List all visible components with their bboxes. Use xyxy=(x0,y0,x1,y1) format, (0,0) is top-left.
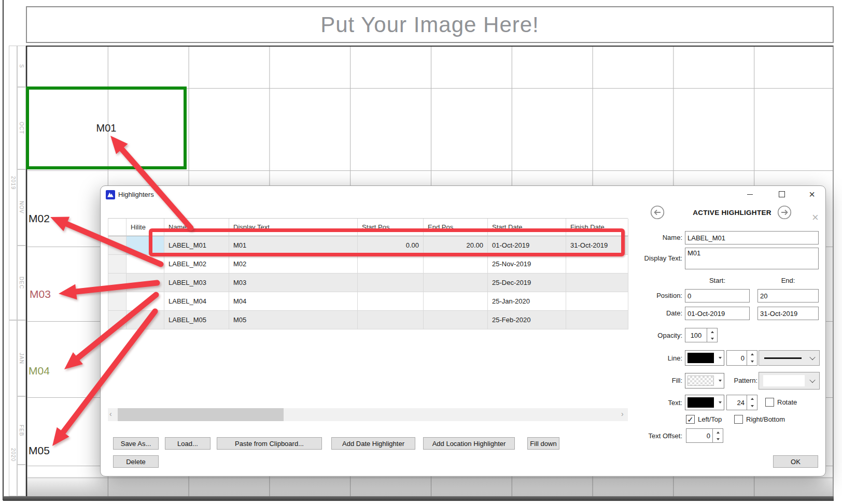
line-style-dropdown[interactable] xyxy=(759,350,820,366)
dialog-titlebar[interactable]: Highlighters × xyxy=(101,186,825,204)
panel-close-icon[interactable]: × xyxy=(812,211,819,224)
chart-bottom-band xyxy=(3,496,834,501)
milestone-highlight-box: M01 xyxy=(26,87,187,169)
cell-start-date[interactable]: 25-Dec-2019 xyxy=(488,273,566,292)
table-row[interactable]: LABEL_M03 M03 25-Dec-2019 xyxy=(108,273,628,292)
cell-display[interactable]: M02 xyxy=(229,255,358,273)
milestone-label-m05: M05 xyxy=(29,444,50,457)
cell-start-pos[interactable] xyxy=(358,292,424,311)
cell-name[interactable]: LABEL_M03 xyxy=(164,273,229,292)
text-size-spinner[interactable] xyxy=(747,395,757,410)
right-bottom-label: Right/Bottom xyxy=(746,415,785,423)
display-text-field[interactable]: M01 xyxy=(685,248,819,269)
month-label: JAN xyxy=(19,353,24,364)
text-color-dropdown[interactable] xyxy=(685,395,724,410)
add-location-highlighter-button[interactable]: Add Location Highlighter xyxy=(423,437,515,450)
cell-name[interactable]: LABEL_M05 xyxy=(164,311,229,329)
position-start-field[interactable]: 0 xyxy=(685,289,750,303)
pattern-dropdown[interactable] xyxy=(759,372,820,390)
milestone-label-m01: M01 xyxy=(96,122,117,134)
name-field[interactable]: LABEL_M01 xyxy=(685,231,819,244)
right-bottom-checkbox[interactable] xyxy=(734,415,743,424)
row-header[interactable] xyxy=(108,292,127,311)
chart-bottom-shade xyxy=(27,477,833,496)
add-date-highlighter-button[interactable]: Add Date Highlighter xyxy=(331,437,415,450)
cell-start-pos[interactable] xyxy=(358,255,424,273)
cell-name[interactable]: LABEL_M04 xyxy=(164,292,229,311)
hilite-cell[interactable] xyxy=(127,255,164,273)
text-offset-spinner[interactable] xyxy=(713,428,723,443)
line-width-spinner[interactable] xyxy=(747,350,757,366)
fill-transparent-swatch xyxy=(687,376,714,386)
cell-start-pos[interactable] xyxy=(358,311,424,329)
cell-display[interactable]: M05 xyxy=(229,311,358,329)
opacity-field[interactable]: 100 xyxy=(685,328,707,342)
fill-color-dropdown[interactable] xyxy=(685,373,724,388)
pattern-label: Pattern: xyxy=(725,377,757,384)
cell-end-pos[interactable] xyxy=(424,292,488,311)
row-header[interactable] xyxy=(108,255,127,273)
scroll-right-icon[interactable]: › xyxy=(621,410,624,418)
row-header[interactable] xyxy=(108,236,127,255)
text-offset-label: Text Offset: xyxy=(583,432,682,440)
delete-button[interactable]: Delete xyxy=(113,455,159,468)
table-row[interactable]: LABEL_M04 M04 25-Jan-2020 xyxy=(108,292,628,311)
position-label: Position: xyxy=(583,292,682,299)
month-label: DEC xyxy=(19,277,24,289)
cell-display[interactable]: M03 xyxy=(229,273,358,292)
line-width-field[interactable]: 0 xyxy=(726,350,747,366)
table-row[interactable]: LABEL_M02 M02 25-Nov-2019 xyxy=(108,255,628,273)
left-top-checkbox[interactable] xyxy=(686,415,695,424)
date-start-field[interactable]: 01-Oct-2019 xyxy=(685,307,750,320)
line-color-dropdown[interactable] xyxy=(685,350,724,366)
milestone-label-m04: M04 xyxy=(29,365,50,377)
cell-end-pos[interactable] xyxy=(424,255,488,273)
maximize-button[interactable] xyxy=(770,186,793,203)
opacity-spinner[interactable] xyxy=(707,328,718,342)
opacity-label: Opacity: xyxy=(583,332,682,339)
text-label: Text: xyxy=(583,399,682,407)
position-end-field[interactable]: 20 xyxy=(757,289,819,303)
cell-start-pos[interactable] xyxy=(358,273,424,292)
save-as-button[interactable]: Save As... xyxy=(113,437,159,450)
active-highlighter-title: ACTIVE HIGHLIGHTER xyxy=(691,209,773,217)
load-button[interactable]: Load... xyxy=(165,437,210,450)
cell-name[interactable]: LABEL_M02 xyxy=(164,255,229,273)
date-end-field[interactable]: 31-Oct-2019 xyxy=(757,307,819,320)
fill-down-button[interactable]: Fill down xyxy=(527,437,559,450)
ok-button[interactable]: OK xyxy=(773,455,818,468)
screen: Put Your Image Here! 2019 2020 S OCT NOV… xyxy=(0,0,842,504)
row-header[interactable] xyxy=(108,273,127,292)
row-header[interactable] xyxy=(108,311,127,329)
horizontal-scrollbar[interactable]: ‹ › xyxy=(108,408,628,421)
hilite-cell[interactable] xyxy=(127,311,164,329)
text-color-swatch xyxy=(687,397,714,408)
text-offset-field[interactable]: 0 xyxy=(686,428,713,443)
cell-start-date[interactable]: 25-Feb-2020 xyxy=(488,311,566,329)
rotate-checkbox[interactable] xyxy=(765,398,774,407)
minimize-button[interactable] xyxy=(738,186,761,203)
hilite-cell[interactable] xyxy=(127,292,164,311)
cell-finish-date[interactable] xyxy=(566,273,628,292)
rotate-label: Rotate xyxy=(777,398,797,406)
cell-start-date[interactable]: 25-Nov-2019 xyxy=(488,255,566,273)
close-button[interactable]: × xyxy=(801,186,823,203)
cell-end-pos[interactable] xyxy=(424,311,488,329)
hilite-cell[interactable] xyxy=(127,273,164,292)
year-band-2019: 2019 xyxy=(9,46,17,320)
cell-display[interactable]: M04 xyxy=(229,292,358,311)
next-highlighter-icon[interactable] xyxy=(777,205,792,220)
previous-highlighter-icon[interactable] xyxy=(650,205,665,220)
cell-start-date[interactable]: 25-Jan-2020 xyxy=(488,292,566,311)
scrollbar-thumb[interactable] xyxy=(118,408,284,421)
chevron-down-icon xyxy=(809,354,815,360)
text-size-field[interactable]: 24 xyxy=(726,395,747,410)
month-cell-blank xyxy=(17,465,26,496)
table-row[interactable]: LABEL_M05 M05 25-Feb-2020 xyxy=(108,311,628,329)
cell-end-pos[interactable] xyxy=(424,273,488,292)
end-column-label: End: xyxy=(757,277,819,284)
scroll-left-icon[interactable]: ‹ xyxy=(109,410,112,418)
start-column-label: Start: xyxy=(685,277,750,284)
paste-from-clipboard-button[interactable]: Paste from Clipboard... xyxy=(217,437,322,450)
month-cell-feb: FEB xyxy=(17,396,26,465)
